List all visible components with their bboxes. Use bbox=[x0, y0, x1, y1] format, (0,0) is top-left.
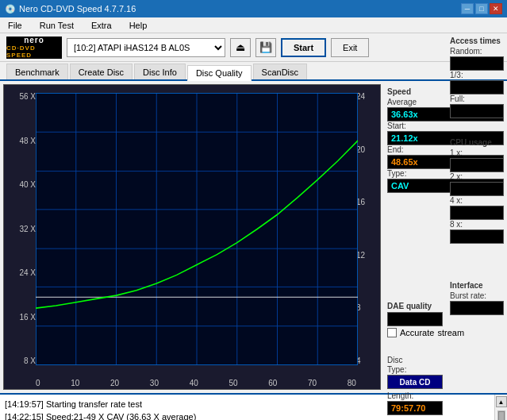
y-label-16: 16 X bbox=[19, 314, 36, 322]
log-content: [14:19:57] Starting transfer rate test [… bbox=[0, 395, 494, 420]
disc-type-value: Data CD bbox=[387, 375, 443, 389]
menu-runtest[interactable]: Run Test bbox=[35, 19, 79, 32]
cpu-2x-label: 2 x: bbox=[450, 172, 504, 181]
y-right-8: 8 bbox=[356, 304, 378, 312]
log-line-2: [14:22:15] Speed:21-49 X CAV (36.63 X av… bbox=[5, 410, 490, 420]
accurate-stream-row: Accurate stream bbox=[387, 328, 504, 337]
cpu-title: CPU usage bbox=[450, 138, 504, 147]
menu-extra[interactable]: Extra bbox=[86, 19, 117, 32]
y-right-24: 24 bbox=[356, 93, 378, 101]
tab-create-disc[interactable]: Create Disc bbox=[70, 64, 133, 79]
tab-disc-quality[interactable]: Disc Quality bbox=[187, 65, 252, 81]
random-value bbox=[450, 56, 504, 71]
burst-label: Burst rate: bbox=[450, 291, 504, 300]
disc-type-sub: Type: bbox=[387, 365, 504, 374]
tabs: Benchmark Create Disc Disc Info Disc Qua… bbox=[0, 62, 507, 81]
accurate-stream-checkbox[interactable] bbox=[387, 328, 397, 337]
x-label-40: 40 bbox=[190, 379, 198, 387]
y-label-8: 8 X bbox=[24, 357, 36, 365]
drive-select[interactable]: [10:2] ATAPI iHAS124 B AL0S bbox=[67, 38, 225, 57]
eject-button[interactable]: ⏏ bbox=[230, 38, 251, 57]
cpu-8x-value bbox=[450, 229, 504, 244]
app-title: Nero CD-DVD Speed 4.7.7.16 bbox=[19, 4, 136, 13]
x-label-30: 30 bbox=[150, 379, 159, 387]
x-label-70: 70 bbox=[308, 379, 317, 387]
y-label-56: 56 X bbox=[19, 93, 36, 101]
accurate-label: Accurate bbox=[400, 328, 434, 337]
tab-benchmark[interactable]: Benchmark bbox=[6, 64, 68, 79]
x-axis: 0 10 20 30 40 50 60 70 80 bbox=[36, 379, 356, 387]
log-scrollbar: ▲ ▼ bbox=[494, 395, 507, 420]
full-value bbox=[450, 104, 504, 118]
access-title: Access times bbox=[450, 37, 504, 45]
tab-scan-disc[interactable]: ScanDisc bbox=[253, 64, 307, 79]
y-axis-left: 56 X 48 X 40 X 32 X 24 X 16 X 8 X bbox=[6, 93, 36, 365]
one-third-label: 1/3: bbox=[450, 71, 504, 79]
y-right-20: 20 bbox=[356, 146, 378, 154]
cpu-4x-value bbox=[450, 206, 504, 220]
one-third-value bbox=[450, 80, 504, 94]
toolbar: nero CD·DVD SPEED [10:2] ATAPI iHAS124 B… bbox=[0, 33, 507, 62]
x-label-0: 0 bbox=[36, 379, 40, 387]
main-content: 56 X 48 X 40 X 32 X 24 X 16 X 8 X 24 20 … bbox=[0, 81, 507, 393]
cpu-1x-value bbox=[450, 158, 504, 172]
close-button[interactable]: ✕ bbox=[490, 3, 502, 14]
interface-title: Interface bbox=[450, 281, 504, 290]
chart-svg bbox=[36, 93, 358, 365]
x-label-10: 10 bbox=[71, 379, 79, 387]
y-label-40: 40 X bbox=[19, 181, 36, 189]
x-label-50: 50 bbox=[229, 379, 237, 387]
y-label-48: 48 X bbox=[19, 137, 36, 145]
y-right-4: 4 bbox=[356, 357, 378, 365]
random-label: Random: bbox=[450, 47, 504, 56]
exit-button[interactable]: Exit bbox=[331, 38, 369, 57]
scrollbar-track[interactable] bbox=[497, 410, 505, 420]
tab-disc-info[interactable]: Disc Info bbox=[134, 64, 186, 79]
menubar: File Run Test Extra Help bbox=[0, 17, 507, 33]
x-label-20: 20 bbox=[110, 379, 119, 387]
app-icon: 💿 bbox=[5, 4, 16, 14]
interface-section: Interface Burst rate: bbox=[450, 278, 504, 315]
maximize-button[interactable]: □ bbox=[475, 3, 488, 14]
cpu-4x-label: 4 x: bbox=[450, 196, 504, 205]
titlebar-controls: ─ □ ✕ bbox=[461, 3, 502, 14]
right-panel: Speed Average 36.63x Start: 21.12x End: … bbox=[384, 81, 507, 393]
y-axis-right: 24 20 16 12 8 4 bbox=[356, 93, 378, 365]
chart-area: 56 X 48 X 40 X 32 X 24 X 16 X 8 X 24 20 … bbox=[3, 84, 381, 390]
full-label: Full: bbox=[450, 94, 504, 103]
titlebar-title: 💿 Nero CD-DVD Speed 4.7.7.16 bbox=[5, 4, 136, 14]
disc-type-label: Disc bbox=[387, 356, 504, 364]
dae-value bbox=[387, 312, 443, 326]
save-button[interactable]: 💾 bbox=[255, 38, 276, 57]
nero-logo: nero CD·DVD SPEED bbox=[6, 37, 62, 59]
burst-value bbox=[450, 301, 504, 315]
start-label: Start: bbox=[387, 121, 504, 130]
log-area: [14:19:57] Starting transfer rate test [… bbox=[0, 393, 507, 420]
cpu-section: CPU usage 1 x: 2 x: 4 x: 8 x: bbox=[450, 135, 504, 244]
cpu-2x-value bbox=[450, 182, 504, 196]
cpu-8x-label: 8 x: bbox=[450, 220, 504, 229]
scroll-up-button[interactable]: ▲ bbox=[496, 396, 507, 407]
menu-help[interactable]: Help bbox=[125, 19, 152, 32]
access-section: Access times Random: 1/3: Full: bbox=[450, 33, 504, 118]
x-label-80: 80 bbox=[348, 379, 356, 387]
log-line-1: [14:19:57] Starting transfer rate test bbox=[5, 398, 490, 410]
start-button[interactable]: Start bbox=[281, 38, 326, 57]
y-label-24: 24 X bbox=[19, 269, 36, 277]
y-right-16: 16 bbox=[356, 198, 378, 206]
cpu-1x-label: 1 x: bbox=[450, 148, 504, 157]
y-right-12: 12 bbox=[356, 252, 378, 260]
x-label-60: 60 bbox=[268, 379, 277, 387]
y-label-32: 32 X bbox=[19, 225, 36, 233]
titlebar: 💿 Nero CD-DVD Speed 4.7.7.16 ─ □ ✕ bbox=[0, 0, 507, 17]
menu-file[interactable]: File bbox=[3, 19, 27, 32]
stream-label: stream bbox=[437, 328, 464, 337]
minimize-button[interactable]: ─ bbox=[461, 3, 474, 14]
scrollbar-thumb[interactable] bbox=[498, 411, 505, 420]
